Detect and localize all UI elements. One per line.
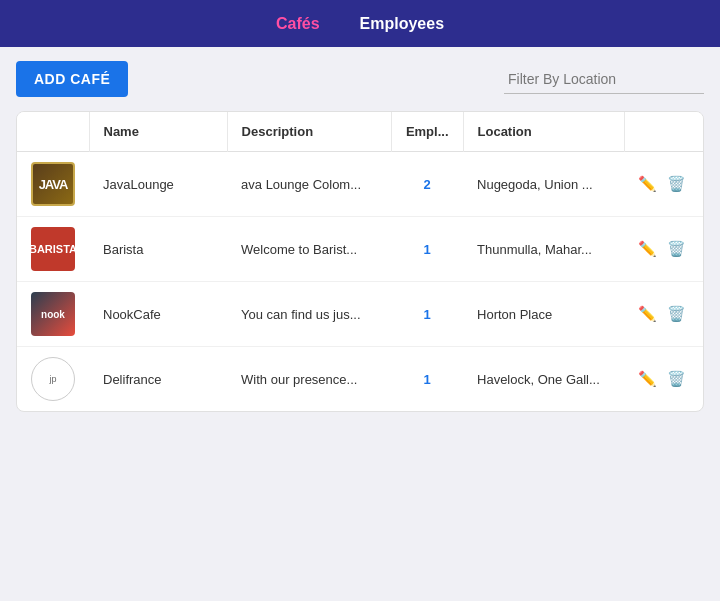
cell-location: Horton Place: [463, 282, 624, 347]
cell-name: JavaLounge: [89, 152, 227, 217]
cell-actions: ✏️ 🗑️: [624, 282, 703, 347]
nav-employees[interactable]: Employees: [360, 11, 444, 37]
cell-name: NookCafe: [89, 282, 227, 347]
cell-actions: ✏️ 🗑️: [624, 347, 703, 412]
toolbar: ADD CAFÉ: [0, 47, 720, 111]
col-header-actions: [624, 112, 703, 152]
add-cafe-button[interactable]: ADD CAFÉ: [16, 61, 128, 97]
cell-location: Havelock, One Gall...: [463, 347, 624, 412]
col-header-employees: Empl...: [391, 112, 463, 152]
cell-employees: 1: [391, 282, 463, 347]
table-row: JAVA JavaLounge ava Lounge Colom... 2 Nu…: [17, 152, 703, 217]
delete-icon[interactable]: 🗑️: [667, 370, 686, 388]
edit-icon[interactable]: ✏️: [638, 370, 657, 388]
cell-logo: nook: [17, 282, 89, 347]
col-header-logo: [17, 112, 89, 152]
cell-name: Delifrance: [89, 347, 227, 412]
edit-icon[interactable]: ✏️: [638, 240, 657, 258]
top-navigation: Cafés Employees: [0, 0, 720, 47]
cell-description: ava Lounge Colom...: [227, 152, 391, 217]
table-row: jp Delifrance With our presence... 1 Hav…: [17, 347, 703, 412]
nav-cafes[interactable]: Cafés: [276, 11, 320, 37]
cell-description: With our presence...: [227, 347, 391, 412]
cafes-table: Name Description Empl... Location JAVA J…: [17, 112, 703, 411]
edit-icon[interactable]: ✏️: [638, 175, 657, 193]
cell-logo: BARISTA: [17, 217, 89, 282]
col-header-location: Location: [463, 112, 624, 152]
edit-icon[interactable]: ✏️: [638, 305, 657, 323]
cell-actions: ✏️ 🗑️: [624, 217, 703, 282]
table-body: JAVA JavaLounge ava Lounge Colom... 2 Nu…: [17, 152, 703, 412]
cell-description: You can find us jus...: [227, 282, 391, 347]
cafes-table-container: Name Description Empl... Location JAVA J…: [16, 111, 704, 412]
cell-description: Welcome to Barist...: [227, 217, 391, 282]
cell-actions: ✏️ 🗑️: [624, 152, 703, 217]
cell-logo: JAVA: [17, 152, 89, 217]
cell-logo: jp: [17, 347, 89, 412]
table-row: nook NookCafe You can find us jus... 1 H…: [17, 282, 703, 347]
cafe-logo: JAVA: [31, 162, 75, 206]
cafe-logo: BARISTA: [31, 227, 75, 271]
table-row: BARISTA Barista Welcome to Barist... 1 T…: [17, 217, 703, 282]
delete-icon[interactable]: 🗑️: [667, 175, 686, 193]
table-header: Name Description Empl... Location: [17, 112, 703, 152]
cell-location: Nugegoda, Union ...: [463, 152, 624, 217]
col-header-name: Name: [89, 112, 227, 152]
col-header-description: Description: [227, 112, 391, 152]
cafe-logo: nook: [31, 292, 75, 336]
filter-location-input[interactable]: [504, 65, 704, 94]
cell-name: Barista: [89, 217, 227, 282]
delete-icon[interactable]: 🗑️: [667, 240, 686, 258]
cell-employees: 2: [391, 152, 463, 217]
cell-employees: 1: [391, 347, 463, 412]
cafe-logo: jp: [31, 357, 75, 401]
cell-location: Thunmulla, Mahar...: [463, 217, 624, 282]
delete-icon[interactable]: 🗑️: [667, 305, 686, 323]
cell-employees: 1: [391, 217, 463, 282]
